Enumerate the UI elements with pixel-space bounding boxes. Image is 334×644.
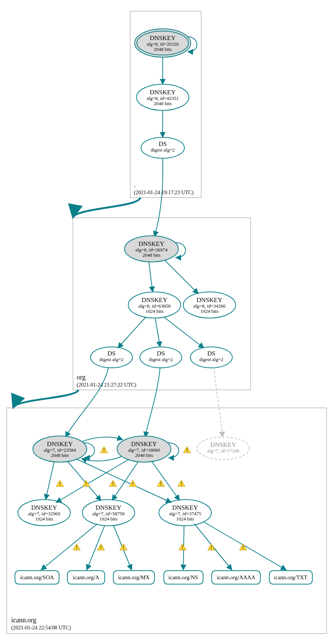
svg-text:!: !	[85, 481, 87, 487]
svg-text:icann.org/NS: icann.org/NS	[168, 574, 198, 580]
zone-org-date: (2021-01-24 21:27:22 UTC)	[77, 382, 137, 388]
warning-icon: !	[157, 480, 165, 487]
svg-text:DNSKEY: DNSKEY	[47, 440, 73, 448]
warning-icon: !	[109, 480, 117, 487]
svg-text:DNSKEY: DNSKEY	[96, 504, 122, 511]
svg-text:!: !	[100, 545, 102, 550]
zone-root-name: .	[134, 181, 136, 189]
svg-text:icann.org/A: icann.org/A	[73, 574, 99, 580]
zone-icann-name: icann.org	[11, 616, 36, 624]
svg-text:DNSKEY: DNSKEY	[211, 441, 236, 448]
warning-icon: !	[208, 544, 215, 550]
svg-text:digest alg=2: digest alg=2	[149, 357, 173, 362]
svg-text:alg=8, id=34266: alg=8, id=34266	[193, 303, 226, 309]
warning-icon: !	[239, 544, 247, 550]
node-rr-txt[interactable]: icann.org/TXT	[269, 571, 312, 584]
node-org-ksk[interactable]: DNSKEY alg=8, id=26974 2048 bits	[125, 236, 178, 262]
warning-icon: !	[179, 544, 186, 550]
node-icann-zsk1[interactable]: DNSKEY alg=7, id=32969 1024 bits	[18, 500, 70, 526]
svg-text:2048 bits: 2048 bits	[143, 252, 160, 258]
warning-icon: !	[120, 544, 127, 550]
svg-text:!: !	[181, 481, 183, 487]
node-icann-ksk2[interactable]: DNSKEY alg=7, id=18060 2048 bits	[117, 436, 171, 462]
svg-text:alg=7, id=32969: alg=7, id=32969	[28, 511, 60, 516]
svg-text:!: !	[123, 545, 125, 550]
svg-text:icann.org/TXT: icann.org/TXT	[274, 574, 307, 580]
svg-text:DNSKEY: DNSKEY	[139, 240, 165, 247]
svg-text:!: !	[76, 545, 78, 550]
node-root-ksk[interactable]: DNSKEY alg=8, id=20326 2048 bits	[135, 29, 191, 57]
node-org-ds1[interactable]: DS digest alg=2	[91, 347, 132, 368]
svg-text:alg=8, id=26974: alg=8, id=26974	[135, 247, 168, 253]
zone-icann: icann.org (2021-01-24 22:54:08 UTC) DNSK…	[7, 367, 327, 634]
zone-org: org (2021-01-24 21:27:22 UTC) DNSKEY alg…	[73, 158, 251, 390]
svg-text:!: !	[59, 481, 61, 487]
warning-icon: !	[73, 544, 80, 550]
svg-text:2048 bits: 2048 bits	[154, 46, 172, 52]
zone-root: . (2021-01-24 19:17:23 UTC) DNSKEY alg=8…	[130, 11, 201, 198]
svg-text:DNSKEY: DNSKEY	[31, 504, 57, 511]
svg-text:DNSKEY: DNSKEY	[131, 440, 157, 448]
svg-text:alg=7, id=23584: alg=7, id=23584	[44, 447, 76, 453]
node-icann-zsk2[interactable]: DNSKEY alg=7, id=58758 1024 bits	[82, 500, 135, 526]
zone-root-date: (2021-01-24 19:17:23 UTC)	[134, 190, 194, 196]
node-icann-zsk3[interactable]: DNSKEY alg=7, id=37475 1024 bits	[159, 500, 211, 526]
node-icann-ksk1[interactable]: DNSKEY alg=7, id=23584 2048 bits	[33, 436, 87, 462]
svg-text:1024 bits: 1024 bits	[35, 516, 53, 522]
svg-text:!: !	[103, 448, 105, 453]
svg-text:1024 bits: 1024 bits	[176, 516, 194, 522]
node-rr-a[interactable]: icann.org/A	[67, 571, 105, 584]
node-org-ds3[interactable]: DS digest alg=2	[190, 347, 232, 368]
warning-icon: !	[183, 446, 191, 453]
svg-text:DS: DS	[159, 140, 167, 147]
node-root-ds[interactable]: DS digest alg=2	[141, 137, 184, 158]
svg-text:1024 bits: 1024 bits	[145, 308, 163, 314]
svg-text:alg=8, id=20326: alg=8, id=20326	[147, 41, 179, 47]
node-rr-mx[interactable]: icann.org/MX	[113, 571, 154, 584]
zone-icann-date: (2021-01-24 22:54:08 UTC)	[11, 625, 71, 631]
svg-text:digest alg=2: digest alg=2	[99, 357, 123, 362]
zone-org-name: org	[77, 373, 86, 381]
svg-text:2048 bits: 2048 bits	[51, 452, 69, 458]
svg-text:!: !	[132, 481, 134, 487]
svg-text:DS: DS	[107, 350, 116, 357]
svg-text:DNSKEY: DNSKEY	[172, 504, 198, 511]
svg-text:DS: DS	[207, 350, 215, 357]
svg-text:icann.org/AAAA: icann.org/AAAA	[217, 574, 255, 580]
node-root-zsk[interactable]: DNSKEY alg=8, id=42351 2048 bits	[137, 84, 189, 110]
node-org-zsk2[interactable]: DNSKEY alg=8, id=34266 1024 bits	[183, 292, 236, 318]
node-rr-ns[interactable]: icann.org/NS	[164, 571, 203, 584]
svg-text:digest alg=2: digest alg=2	[199, 357, 223, 362]
svg-text:!: !	[182, 545, 184, 550]
svg-text:DNSKEY: DNSKEY	[150, 34, 176, 42]
svg-text:2048 bits: 2048 bits	[135, 452, 153, 458]
svg-text:1024 bits: 1024 bits	[200, 308, 218, 314]
warning-icon: !	[100, 446, 108, 453]
svg-text:alg=7, id=18060: alg=7, id=18060	[128, 447, 160, 453]
dnssec-graph: . (2021-01-24 19:17:23 UTC) DNSKEY alg=8…	[0, 0, 334, 644]
svg-text:DNSKEY: DNSKEY	[197, 296, 223, 303]
svg-text:icann.org/SOA: icann.org/SOA	[20, 574, 54, 580]
svg-text:alg=7, id=17248: alg=7, id=17248	[207, 448, 239, 454]
svg-text:alg=7, id=58758: alg=7, id=58758	[92, 511, 125, 516]
svg-text:2048 bits: 2048 bits	[154, 101, 172, 106]
svg-text:!: !	[112, 481, 114, 487]
svg-text:!: !	[160, 481, 162, 487]
svg-text:alg=7, id=37475: alg=7, id=37475	[169, 511, 201, 516]
node-rr-aaaa[interactable]: icann.org/AAAA	[212, 571, 260, 584]
warning-icon: !	[178, 480, 185, 487]
node-org-zsk1[interactable]: DNSKEY alg=8, id=63858 1024 bits	[128, 292, 181, 318]
svg-text:DS: DS	[157, 350, 165, 357]
svg-text:icann.org/MX: icann.org/MX	[118, 574, 150, 580]
svg-text:!: !	[242, 545, 244, 550]
svg-text:!: !	[211, 545, 212, 550]
svg-text:!: !	[186, 448, 188, 453]
svg-text:digest alg=2: digest alg=2	[151, 147, 175, 153]
svg-text:alg=8, id=42351: alg=8, id=42351	[147, 95, 179, 101]
node-icann-ksk-missing[interactable]: DNSKEY alg=7, id=17248	[197, 437, 249, 460]
node-rr-soa[interactable]: icann.org/SOA	[15, 571, 59, 584]
node-org-ds2[interactable]: DS digest alg=2	[140, 347, 182, 368]
warning-icon: !	[56, 480, 64, 487]
warning-icon: !	[97, 544, 105, 550]
svg-text:1024 bits: 1024 bits	[99, 516, 117, 522]
